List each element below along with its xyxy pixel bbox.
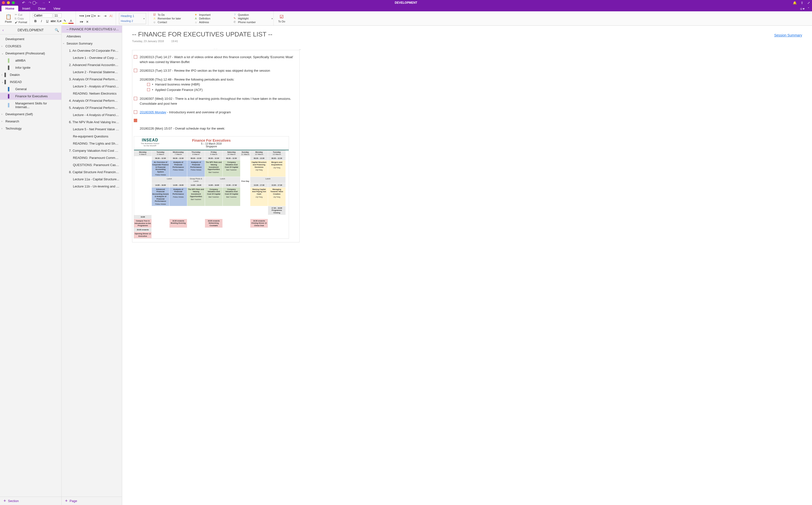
nav-item[interactable]: Finance for Executives bbox=[0, 93, 61, 100]
resize-handle-icon[interactable]: ↔ bbox=[299, 48, 301, 51]
font-size-input[interactable] bbox=[53, 13, 61, 18]
page-item[interactable]: Lecture 11b - Un-levering and r... bbox=[61, 183, 122, 190]
page-item[interactable]: READING: The Lights and Shad... bbox=[61, 140, 122, 147]
add-page-button[interactable]: + Page bbox=[61, 497, 122, 505]
outdent-button[interactable]: ⇤ bbox=[97, 13, 102, 18]
page-item[interactable]: ⌄Session Summary bbox=[61, 40, 122, 47]
todo-item[interactable]: 20180307 (Wed) 10:02 - There is a list o… bbox=[134, 94, 296, 108]
smiley-feedback-icon[interactable]: ☺▾ bbox=[799, 7, 804, 11]
nav-item[interactable]: ›Deakin bbox=[0, 71, 61, 78]
tag-item[interactable]: ARemember for later bbox=[153, 17, 192, 20]
page-item[interactable]: READING: Paramount Communi... bbox=[61, 154, 122, 161]
tag-item[interactable]: ?Question bbox=[233, 13, 270, 16]
indent-button[interactable]: ⇥ bbox=[103, 13, 108, 18]
page-item[interactable]: READING: Neilsen Electronics bbox=[61, 90, 122, 97]
page-item[interactable]: 7. Company Valuation And Cost Of... bbox=[61, 147, 122, 154]
nav-item[interactable]: ›COURSES bbox=[0, 43, 61, 50]
add-section-button[interactable]: + Section bbox=[0, 497, 61, 505]
paste-button[interactable]: 📋 Paste bbox=[3, 13, 13, 24]
page-item[interactable]: QUESTIONS: Paramount Case... bbox=[61, 161, 122, 168]
page-item[interactable]: Lecture 5 - Net Present Value (... bbox=[61, 126, 122, 133]
share-icon[interactable]: ⇪ bbox=[801, 1, 803, 5]
close-window-button[interactable] bbox=[2, 1, 5, 4]
page-item[interactable]: Lecture 3 - Analysis of Financial... bbox=[61, 83, 122, 90]
checkbox[interactable] bbox=[134, 69, 137, 72]
nav-item[interactable]: Infor Ignite bbox=[0, 64, 61, 71]
copy-button[interactable]: ⎘Copy bbox=[14, 17, 28, 20]
todo-item[interactable]: 20180226 (Mon) 15:07 - Overall schedule … bbox=[134, 124, 296, 133]
undo-icon[interactable]: ↶ bbox=[22, 1, 25, 5]
highlight-color-button[interactable]: ✎ bbox=[62, 19, 68, 24]
tags-gallery[interactable]: ☑To Do★Important?QuestionARemember for l… bbox=[151, 13, 272, 24]
customize-icon[interactable]: ▾ bbox=[49, 1, 50, 5]
minimize-window-button[interactable] bbox=[7, 1, 10, 4]
page-item[interactable]: 2. Advanced Financial Accounting... bbox=[61, 61, 122, 68]
underline-button[interactable]: U bbox=[44, 19, 50, 24]
drag-handle-icon[interactable]: ⋯⋯ bbox=[211, 48, 221, 50]
strikethrough-button[interactable]: abc bbox=[50, 19, 56, 24]
format-painter-button[interactable]: 🖌Format bbox=[14, 20, 28, 24]
nav-item[interactable]: ›Development (Self) bbox=[0, 111, 61, 118]
page-item[interactable]: 1. An Overview Of Corporate Fina... bbox=[61, 47, 122, 54]
todo-button[interactable]: ☑ To Do bbox=[277, 14, 287, 23]
todo-item[interactable]: 20180305 Monday - Introductory event and… bbox=[134, 108, 296, 117]
bullets-button[interactable]: •≡▾ bbox=[79, 13, 84, 18]
page-content-area[interactable]: -- FINANCE FOR EXECUTIVES UPDATE LIST --… bbox=[122, 26, 812, 505]
small-checkbox[interactable] bbox=[147, 83, 150, 86]
tag-item[interactable]: ADefinition bbox=[194, 17, 231, 20]
small-checkbox[interactable] bbox=[147, 88, 150, 91]
session-summary-link[interactable]: Session Summary bbox=[774, 33, 802, 37]
font-color-button[interactable]: A bbox=[68, 19, 74, 24]
nav-item[interactable]: ›Research bbox=[0, 118, 61, 125]
collapse-ribbon-icon[interactable]: ˆ bbox=[808, 7, 809, 11]
nav-item[interactable]: ⌄INSEAD bbox=[0, 78, 61, 86]
tab-home[interactable]: Home bbox=[1, 6, 18, 11]
page-item[interactable]: Re-equipment Questions bbox=[61, 133, 122, 140]
tag-item[interactable]: ⌂Address bbox=[194, 20, 231, 24]
redo-icon[interactable]: ↷ bbox=[29, 1, 31, 5]
note-container[interactable]: ⋯⋯ ↔ 20180313 (Tue) 14:27 - Watch a lot … bbox=[132, 50, 300, 242]
clear-format-button[interactable]: A⃠ bbox=[109, 13, 114, 18]
cut-button[interactable]: ✂Cut bbox=[14, 13, 28, 16]
tab-view[interactable]: View bbox=[49, 6, 64, 11]
todo-item[interactable]: 20180308 (Thu) 12:48 - Review the follow… bbox=[134, 75, 296, 95]
todo-item[interactable]: 20180313 (Tue) 14:27 - Watch a lot of vi… bbox=[134, 53, 296, 66]
nav-item[interactable]: altMBA bbox=[0, 57, 61, 64]
forward-nav-icon[interactable]: → bbox=[42, 1, 45, 5]
todo-item[interactable]: 20180313 (Tue) 13:37 - Review the IPO se… bbox=[134, 66, 296, 75]
page-item[interactable]: 3. Analysis Of Financial Performan... bbox=[61, 75, 122, 83]
page-item[interactable]: Attendees bbox=[61, 33, 122, 40]
page-item[interactable]: -- FINANCE FOR EXECUTIVES UPDA... bbox=[61, 26, 122, 33]
back-nav-icon[interactable]: ⃝← bbox=[35, 1, 38, 5]
tag-item[interactable]: ★Important bbox=[194, 13, 231, 16]
nav-item[interactable]: ›Technology bbox=[0, 125, 61, 132]
styles-gallery[interactable]: Heading 1 Heading 2 ▸ bbox=[119, 13, 146, 24]
notification-icon[interactable]: 🔔 bbox=[793, 1, 797, 5]
fullscreen-icon[interactable]: ⤢ bbox=[807, 1, 810, 5]
nav-item[interactable]: ⌄Development (Professional) bbox=[0, 50, 61, 57]
maximize-window-button[interactable] bbox=[12, 1, 15, 4]
nav-item[interactable]: General bbox=[0, 86, 61, 93]
search-icon[interactable]: 🔍 bbox=[55, 28, 59, 32]
align-button[interactable]: ≡▾ bbox=[79, 19, 84, 24]
tag-item[interactable]: ☺Contact bbox=[153, 20, 192, 24]
checkbox[interactable] bbox=[134, 97, 137, 100]
page-title[interactable]: -- FINANCE FOR EXECUTIVES UPDATE LIST -- bbox=[132, 30, 273, 38]
nav-item[interactable]: Development bbox=[0, 35, 61, 43]
page-item[interactable]: 6. The NPV Rule And Valuing Inve... bbox=[61, 119, 122, 126]
nav-item[interactable]: Management Skills for Internati... bbox=[0, 100, 61, 111]
italic-button[interactable]: I bbox=[39, 19, 44, 24]
subscript-button[interactable]: X₂▾ bbox=[56, 19, 62, 24]
checkbox[interactable] bbox=[134, 110, 137, 114]
nav-back-icon[interactable]: ‹ bbox=[2, 28, 4, 32]
todo-item[interactable] bbox=[134, 117, 296, 124]
page-item[interactable]: 8. Capital Structure And Financing... bbox=[61, 168, 122, 176]
font-name-input[interactable] bbox=[33, 13, 52, 18]
numbering-button[interactable]: 1≡▾ bbox=[85, 13, 90, 18]
tab-insert[interactable]: Insert bbox=[18, 6, 34, 11]
page-item[interactable]: Lecture 11a - Capital Structure... bbox=[61, 176, 122, 183]
bold-button[interactable]: B bbox=[33, 19, 38, 24]
page-item[interactable]: 4. Analysis Of Financial Performan... bbox=[61, 97, 122, 104]
date-link[interactable]: 20180305 Monday bbox=[140, 110, 166, 114]
tag-item[interactable]: ☑To Do bbox=[153, 13, 192, 16]
